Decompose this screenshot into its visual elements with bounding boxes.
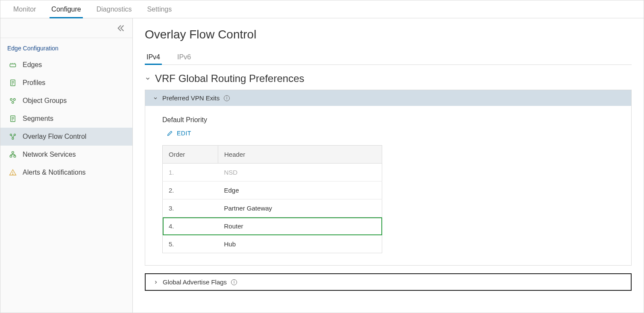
chevron-down-icon: [153, 96, 158, 101]
sidebar-item-profiles[interactable]: Profiles: [0, 74, 132, 92]
panel-header-vpn-exits[interactable]: Preferred VPN Exits i: [145, 90, 631, 106]
panel-header-label: Global Advertise Flags: [163, 278, 227, 286]
info-icon[interactable]: i: [231, 279, 237, 285]
edit-button-label: EDIT: [177, 130, 191, 137]
tab-configure[interactable]: Configure: [44, 0, 88, 18]
edit-button[interactable]: EDIT: [167, 130, 191, 137]
cell-header: Partner Gateway: [218, 199, 382, 217]
pencil-icon: [167, 130, 173, 137]
cell-order: 2.: [163, 181, 218, 199]
sidebar-item-object-groups[interactable]: Object Groups: [0, 92, 132, 110]
collapse-left-icon: [116, 23, 126, 33]
sidebar-item-network-services[interactable]: Network Services: [0, 146, 132, 164]
tab-settings[interactable]: Settings: [139, 0, 179, 18]
panel-header-advertise-flags[interactable]: Global Advertise Flags i: [146, 274, 631, 290]
svg-point-19: [12, 174, 13, 174]
panel-body-vpn-exits: Default Priority EDIT Order Header 1.NSD…: [145, 106, 631, 265]
sidebar-item-segments[interactable]: Segments: [0, 110, 132, 128]
section-header[interactable]: VRF Global Routing Preferences: [145, 73, 632, 85]
table-row[interactable]: 2.Edge: [163, 181, 382, 199]
app-frame: Monitor Configure Diagnostics Settings E…: [0, 0, 644, 313]
default-priority-title: Default Priority: [162, 116, 614, 124]
main-content: Overlay Flow Control IPv4 IPv6 VRF Globa…: [133, 18, 644, 313]
svg-rect-16: [10, 155, 12, 157]
sidebar-item-label: Segments: [23, 115, 53, 123]
network-services-icon: [9, 151, 17, 158]
cell-order: 4.: [163, 217, 218, 235]
sidebar-item-edges[interactable]: Edges: [0, 56, 132, 74]
sub-tabs: IPv4 IPv6: [145, 50, 632, 65]
segments-icon: [9, 115, 17, 123]
svg-point-6: [14, 99, 16, 101]
sidebar-item-alerts-notifications[interactable]: Alerts & Notifications: [0, 164, 132, 181]
cell-header: NSD: [218, 164, 382, 181]
object-groups-icon: [9, 97, 17, 105]
col-header: Header: [218, 146, 382, 164]
sidebar-item-label: Alerts & Notifications: [23, 169, 86, 176]
tab-monitor[interactable]: Monitor: [6, 0, 44, 18]
sidebar: Edge Configuration Edges Profiles Object…: [0, 18, 133, 313]
cell-order: 3.: [163, 199, 218, 217]
panel-preferred-vpn-exits: Preferred VPN Exits i Default Priority E…: [145, 90, 632, 266]
svg-rect-15: [12, 152, 14, 153]
svg-rect-17: [14, 155, 16, 157]
section-title: VRF Global Routing Preferences: [155, 73, 304, 85]
document-icon: [9, 79, 17, 87]
svg-point-7: [12, 102, 14, 104]
tab-diagnostics[interactable]: Diagnostics: [89, 0, 140, 18]
sub-tab-ipv4[interactable]: IPv4: [145, 50, 162, 64]
cell-order: 1.: [163, 164, 218, 181]
col-order: Order: [163, 146, 218, 164]
cell-header: Hub: [218, 235, 382, 253]
sidebar-collapse-button[interactable]: [0, 18, 132, 38]
sidebar-item-overlay-flow-control[interactable]: Overlay Flow Control: [0, 128, 132, 146]
table-header-row: Order Header: [163, 146, 382, 164]
top-tabs: Monitor Configure Diagnostics Settings: [0, 0, 644, 18]
panel-header-label: Preferred VPN Exits: [162, 94, 220, 102]
sub-tab-ipv6[interactable]: IPv6: [176, 50, 193, 64]
panel-global-advertise-flags: Global Advertise Flags i: [145, 273, 632, 291]
sidebar-item-label: Network Services: [23, 151, 76, 158]
table-row[interactable]: 4.Router: [163, 217, 382, 235]
priority-table: Order Header 1.NSD2.Edge3.Partner Gatewa…: [162, 145, 382, 253]
flow-control-icon: [9, 133, 17, 140]
table-row[interactable]: 1.NSD: [163, 164, 382, 181]
info-icon[interactable]: i: [224, 95, 230, 101]
page-title: Overlay Flow Control: [145, 28, 632, 41]
svg-point-5: [10, 99, 12, 101]
sidebar-item-label: Object Groups: [23, 97, 67, 105]
router-icon: [9, 61, 17, 69]
cell-header: Router: [218, 217, 382, 235]
body-layout: Edge Configuration Edges Profiles Object…: [0, 18, 644, 313]
sidebar-item-label: Profiles: [23, 79, 45, 87]
table-row[interactable]: 3.Partner Gateway: [163, 199, 382, 217]
sidebar-section-title: Edge Configuration: [0, 38, 132, 56]
table-row[interactable]: 5.Hub: [163, 235, 382, 253]
alert-icon: [9, 169, 17, 176]
svg-rect-0: [10, 64, 16, 67]
sidebar-item-label: Edges: [23, 61, 42, 69]
chevron-right-icon: [153, 280, 158, 285]
cell-order: 5.: [163, 235, 218, 253]
chevron-down-icon: [145, 76, 151, 82]
sidebar-item-label: Overlay Flow Control: [23, 133, 86, 140]
cell-header: Edge: [218, 181, 382, 199]
